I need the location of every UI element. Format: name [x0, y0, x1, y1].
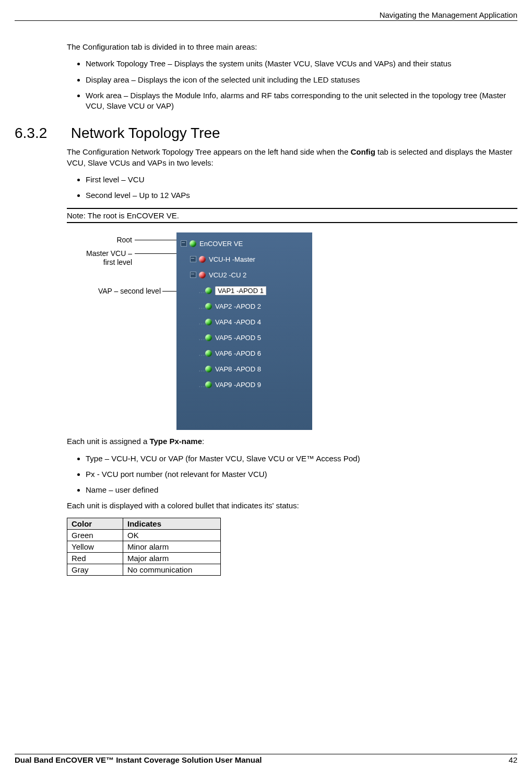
table-cell: Yellow: [67, 541, 123, 552]
typepx-list: Type – VCU-H, VCU or VAP (for Master VCU…: [67, 453, 517, 496]
tree-node[interactable]: …VAP6 -APOD 6: [176, 345, 312, 361]
footer-title: Dual Band EnCOVER VE™ Instant Coverage S…: [15, 755, 262, 764]
status-bullet-icon: [199, 256, 206, 263]
page-footer: Dual Band EnCOVER VE™ Instant Coverage S…: [15, 754, 517, 764]
text: Master VCU –: [86, 249, 132, 258]
callout-vap: VAP – second level: [67, 287, 161, 296]
tree-connector-icon: …: [198, 349, 204, 357]
tree-connector-icon: …: [198, 381, 204, 389]
table-header-row: Color Indicates: [67, 518, 221, 529]
tree-connector-icon: …: [198, 365, 204, 373]
tree-node[interactable]: …VAP5 -APOD 5: [176, 330, 312, 345]
table-header: Indicates: [123, 518, 221, 529]
tree-connector-icon: …: [198, 287, 204, 295]
table-row: Yellow Minor alarm: [67, 541, 221, 552]
running-header: Navigating the Management Application: [15, 10, 517, 21]
status-bullet-icon: [205, 334, 212, 341]
tree-node[interactable]: …VAP2 -APOD 2: [176, 298, 312, 314]
status-bullet-icon: [190, 240, 196, 247]
table-cell: Red: [67, 552, 123, 564]
list-item: Display area – Displays the icon of the …: [86, 75, 517, 85]
tree-node-label: VAP4 -APOD 4: [215, 318, 261, 326]
text: first level: [103, 258, 132, 266]
tree-node-label: VAP1 -APOD 1: [215, 286, 266, 295]
tree-node-label: VAP8 -APOD 8: [215, 365, 261, 373]
status-intro: Each unit is displayed with a colored bu…: [67, 500, 517, 511]
tree-node-label: EnCOVER VE: [199, 240, 243, 248]
list-item: Network Topology Tree – Displays the sys…: [86, 59, 517, 69]
tree-connector-icon: …: [198, 302, 204, 310]
callout-master: Master VCU – first level: [67, 249, 132, 267]
tree-toggle-icon[interactable]: [181, 240, 187, 247]
tree-node[interactable]: EnCOVER VE: [176, 236, 312, 251]
tree-connector-icon: …: [198, 318, 204, 326]
intro-paragraph: The Configuration tab is divided in to t…: [67, 42, 517, 52]
list-item: Type – VCU-H, VCU or VAP (for Master VCU…: [86, 453, 517, 464]
table-header: Color: [67, 518, 123, 529]
tree-node-label: VAP2 -APOD 2: [215, 302, 261, 310]
section-heading: 6.3.2 Network Topology Tree: [15, 125, 517, 142]
tree-node[interactable]: …VAP1 -APOD 1: [176, 283, 312, 298]
note-box: Note: The root is EnCOVER VE.: [67, 208, 517, 223]
list-item: Second level – Up to 12 VAPs: [86, 190, 517, 201]
status-bullet-icon: [205, 287, 212, 294]
topology-figure: Root Master VCU – first level VAP – seco…: [67, 232, 517, 431]
table-cell: OK: [123, 529, 221, 541]
tree-connector-icon: …: [198, 334, 204, 342]
tree-node[interactable]: …VAP8 -APOD 8: [176, 361, 312, 377]
tree-node-label: VCU2 -CU 2: [209, 271, 246, 279]
table-cell: Minor alarm: [123, 541, 221, 552]
bold-text: Config: [350, 147, 375, 156]
status-bullet-icon: [205, 381, 212, 388]
section-number: 6.3.2: [15, 125, 67, 142]
tree-node[interactable]: …VAP9 -APOD 9: [176, 377, 312, 392]
text: The Configuration Network Topology Tree …: [67, 147, 350, 156]
typepx-intro: Each unit is assigned a Type Px-name:: [67, 436, 517, 447]
tree-node[interactable]: VCU2 -CU 2: [176, 267, 312, 283]
status-bullet-icon: [205, 350, 212, 357]
section-title: Network Topology Tree: [71, 125, 220, 141]
text: :: [202, 437, 204, 446]
page-number: 42: [509, 755, 517, 764]
status-bullet-icon: [205, 303, 212, 310]
table-cell: No communication: [123, 564, 221, 575]
tree-node-label: VCU-H -Master: [209, 255, 255, 263]
table-cell: Major alarm: [123, 552, 221, 564]
section-paragraph: The Configuration Network Topology Tree …: [67, 147, 517, 168]
table-cell: Green: [67, 529, 123, 541]
table-cell: Gray: [67, 564, 123, 575]
tree-toggle-icon[interactable]: [190, 256, 196, 262]
bold-text: Type Px-name: [149, 437, 202, 446]
status-bullet-icon: [205, 319, 212, 325]
tree-toggle-icon[interactable]: [190, 272, 196, 278]
status-color-table: Color Indicates Green OK Yellow Minor al…: [67, 518, 221, 576]
table-row: Gray No communication: [67, 564, 221, 575]
list-item: Work area – Displays the Module Info, al…: [86, 90, 517, 112]
list-item: First level – VCU: [86, 174, 517, 185]
topology-tree-panel: EnCOVER VEVCU-H -MasterVCU2 -CU 2…VAP1 -…: [176, 232, 312, 430]
text: Each unit is assigned a: [67, 437, 149, 446]
callout-root: Root: [67, 236, 132, 244]
status-bullet-icon: [199, 272, 206, 278]
tree-node-label: VAP6 -APOD 6: [215, 349, 261, 357]
intro-list: Network Topology Tree – Displays the sys…: [67, 59, 517, 111]
tree-node[interactable]: …VAP4 -APOD 4: [176, 314, 312, 330]
table-row: Red Major alarm: [67, 552, 221, 564]
list-item: Name – user defined: [86, 485, 517, 495]
levels-list: First level – VCU Second level – Up to 1…: [67, 174, 517, 201]
tree-node-label: VAP5 -APOD 5: [215, 334, 261, 342]
status-bullet-icon: [205, 366, 212, 372]
table-row: Green OK: [67, 529, 221, 541]
tree-node[interactable]: VCU-H -Master: [176, 251, 312, 267]
tree-node-label: VAP9 -APOD 9: [215, 381, 261, 389]
list-item: Px - VCU port number (not relevant for M…: [86, 469, 517, 480]
